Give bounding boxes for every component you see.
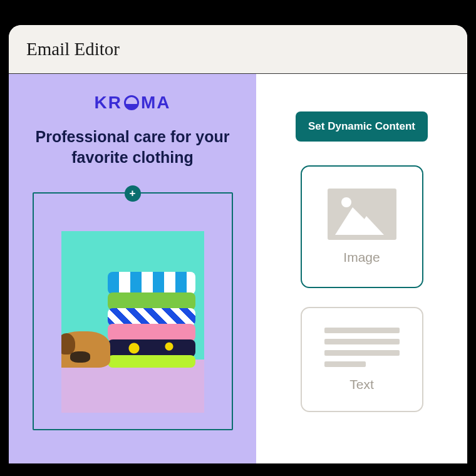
- folded-item: [108, 308, 195, 326]
- folded-item: [108, 355, 195, 368]
- folded-item: [108, 339, 195, 357]
- block-type-text[interactable]: Text: [301, 307, 423, 412]
- brand-text-1: KR: [95, 93, 122, 113]
- plus-icon: +: [130, 187, 136, 200]
- brand-eye-icon: [124, 95, 139, 110]
- brand-text-2: MA: [141, 93, 171, 113]
- text-placeholder-icon: [324, 328, 400, 367]
- folded-item: [108, 292, 195, 310]
- folded-item: [108, 272, 195, 294]
- block-type-image[interactable]: Image: [301, 165, 423, 288]
- block-label: Text: [349, 377, 374, 392]
- set-dynamic-content-button[interactable]: Set Dynamic Content: [296, 111, 428, 142]
- email-canvas[interactable]: KR MA Professional care for your favorit…: [9, 74, 256, 463]
- block-sidebar: Set Dynamic Content Image Text: [256, 74, 467, 463]
- email-headline: Professional care for your favorite clot…: [26, 127, 239, 167]
- brand-logo: KR MA: [95, 93, 171, 113]
- block-label: Image: [343, 250, 380, 265]
- dog-icon: [61, 331, 110, 368]
- product-photo: [61, 231, 204, 413]
- clothing-stack: [108, 272, 195, 366]
- image-slot-selected[interactable]: +: [33, 192, 233, 430]
- page-title: Email Editor: [9, 25, 467, 74]
- editor-body: KR MA Professional care for your favorit…: [9, 74, 467, 463]
- editor-window: Email Editor KR MA Professional care for…: [9, 25, 467, 463]
- add-block-button[interactable]: +: [125, 185, 141, 202]
- folded-item: [108, 324, 195, 341]
- image-placeholder-icon: [328, 189, 396, 240]
